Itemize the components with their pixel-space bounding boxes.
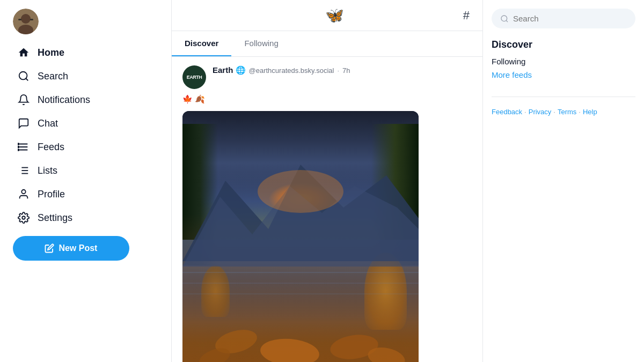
sidebar-nav: Home Search Notifications Chat	[13, 41, 158, 230]
sep-2: ·	[553, 108, 555, 116]
post-time: 7h	[342, 67, 350, 75]
feed-tabs: Discover Following	[172, 31, 482, 57]
svg-point-8	[18, 149, 19, 151]
butterfly-logo: 🦋	[325, 6, 344, 24]
sep-1: ·	[524, 108, 526, 116]
svg-point-15	[21, 190, 25, 194]
help-link[interactable]: Help	[583, 108, 597, 116]
settings-icon	[17, 211, 30, 224]
bell-icon	[17, 93, 30, 106]
profile-icon	[17, 188, 30, 201]
sidebar-item-chat[interactable]: Chat	[13, 112, 158, 135]
sidebar-item-search[interactable]: Search	[13, 64, 158, 88]
sidebar-item-home[interactable]: Home	[13, 41, 158, 64]
post-handle: @earthcurateds.bsky.social	[249, 67, 334, 75]
privacy-link[interactable]: Privacy	[529, 108, 552, 116]
right-sidebar: Discover Following More feeds Feedback ·…	[483, 0, 644, 362]
tab-following[interactable]: Following	[231, 31, 291, 56]
svg-point-7	[18, 146, 19, 148]
sidebar-item-profile[interactable]: Profile	[13, 182, 158, 206]
left-sidebar: Home Search Notifications Chat	[0, 0, 172, 362]
edit-icon	[45, 243, 54, 253]
more-feeds-link[interactable]: More feeds	[492, 68, 635, 82]
sidebar-item-lists[interactable]: Lists	[13, 159, 158, 182]
svg-point-6	[18, 143, 19, 145]
post-author-avatar[interactable]: EARTH	[182, 65, 206, 89]
svg-rect-3	[18, 19, 21, 20]
search-input[interactable]	[513, 14, 627, 23]
sep-3: ·	[579, 108, 581, 116]
lists-icon	[17, 164, 30, 177]
search-icon	[17, 70, 30, 83]
post-item: EARTH Earth 🌐 @earthcurateds.bsky.social…	[172, 57, 482, 362]
discover-title: Discover	[492, 39, 635, 50]
svg-point-31	[501, 16, 507, 21]
post-separator: ·	[337, 67, 339, 75]
post-text: 🍁 🍂	[182, 93, 472, 106]
following-feed-link[interactable]: Following	[492, 55, 635, 68]
main-content: 🦋 # Discover Following EARTH Earth 🌐 @ea…	[172, 0, 483, 362]
svg-rect-4	[30, 19, 33, 20]
svg-point-1	[21, 14, 31, 24]
post-meta: Earth 🌐 @earthcurateds.bsky.social · 7h	[213, 65, 350, 75]
search-box-icon	[500, 14, 509, 23]
post-image[interactable]	[182, 111, 419, 363]
sidebar-item-notifications[interactable]: Notifications	[13, 88, 158, 112]
feedback-link[interactable]: Feedback	[492, 108, 522, 116]
hash-icon[interactable]: #	[463, 9, 470, 23]
search-box[interactable]	[492, 9, 635, 28]
home-icon	[17, 46, 30, 59]
footer-links: Feedback · Privacy · Terms · Help	[492, 108, 635, 116]
new-post-button[interactable]: New Post	[13, 236, 129, 261]
terms-link[interactable]: Terms	[558, 108, 576, 116]
avatar[interactable]	[13, 9, 39, 34]
chat-icon	[17, 117, 30, 130]
post-author-name: Earth 🌐	[213, 65, 246, 75]
divider	[492, 97, 635, 97]
main-header: 🦋 #	[172, 0, 482, 31]
sidebar-item-settings[interactable]: Settings	[13, 206, 158, 230]
sidebar-item-feeds[interactable]: Feeds	[13, 135, 158, 159]
feeds-icon	[17, 141, 30, 153]
svg-point-5	[19, 72, 27, 80]
post-header: EARTH Earth 🌐 @earthcurateds.bsky.social…	[182, 65, 472, 89]
discover-section: Discover Following More feeds	[492, 39, 635, 82]
svg-point-16	[22, 216, 25, 219]
tab-discover[interactable]: Discover	[172, 31, 231, 56]
